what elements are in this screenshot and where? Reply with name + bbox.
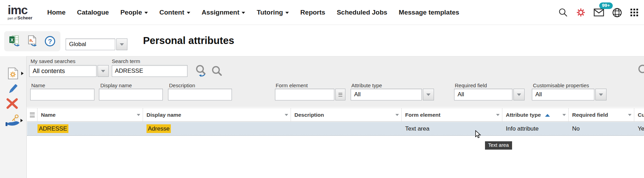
scope-select[interactable]: Global [66,38,127,50]
filter-customisable-properties-label: Customisable properties [533,82,589,88]
run-search-icon[interactable] [194,64,209,79]
column-header-name[interactable]: Name [37,108,143,122]
nav-item-catalogue[interactable]: Catalogue [77,9,109,16]
delete-x-icon[interactable] [6,98,18,109]
saved-searches-label: My saved searches [31,58,75,64]
chevron-down-icon [242,12,245,14]
chevron-down-icon[interactable] [116,38,127,50]
nav-item-home[interactable]: Home [47,9,66,16]
nav-item-people[interactable]: People [120,9,148,16]
column-header-form-element[interactable]: Form element [402,108,502,122]
logo-sub-prefix: part of [8,17,17,20]
chevron-down-icon[interactable] [513,89,525,100]
search-term-label: Search term [112,58,140,64]
edit-pencil-icon[interactable] [7,83,19,95]
saved-searches-value: All contents [29,65,97,77]
top-nav: imc part of Scheer Home Catalogue People… [0,0,644,25]
chevron-down-icon[interactable] [423,89,434,100]
page-toolbar: X a, ? [4,31,60,51]
nav-icon-bar: 99+ [558,0,638,25]
column-header-attribute-type[interactable]: Attribute type [502,108,569,122]
svg-text:?: ? [48,38,52,45]
expand-new-attribute-icon[interactable] [21,72,24,75]
nav-item-content[interactable]: Content [159,9,190,16]
filter-display-name-input[interactable] [99,89,163,100]
filter-customisable-properties-select[interactable]: All [532,89,607,100]
mouse-cursor [475,130,482,140]
filter-attribute-type-select[interactable]: All [351,89,434,100]
filter-customisable-properties-value: All [532,89,594,100]
chevron-down-icon [144,12,148,14]
settings-gear-icon[interactable] [576,8,586,17]
nav-item-scheduled-jobs[interactable]: Scheduled Jobs [337,9,387,16]
svg-text:X: X [10,37,14,43]
cell-description [291,122,402,136]
nav-item-tutoring[interactable]: Tutoring [257,9,289,16]
tooltip: Text area [485,141,512,150]
form-element-picker-button[interactable] [335,89,345,100]
filter-form-element-label: Form element [276,82,308,88]
main-menu: Home Catalogue People Content Assignment… [47,9,459,16]
new-attribute-icon[interactable] [8,67,19,80]
search-icon[interactable] [558,8,568,17]
filter-form-element-input[interactable] [275,89,334,100]
advanced-search-icon[interactable] [637,64,644,79]
filter-required-field-value: All [454,89,512,100]
column-menu-icon[interactable] [628,114,632,116]
personal-attributes-page: imc part of Scheer Home Catalogue People… [0,0,644,178]
column-menu-icon[interactable] [137,114,140,116]
nav-item-message-templates[interactable]: Message templates [399,9,459,16]
nav-item-assignment[interactable]: Assignment [202,9,245,16]
search-term-input[interactable] [112,65,187,77]
cell-form-element: Text area [402,122,502,136]
chevron-down-icon [285,12,289,14]
cell-attribute-type: Info attribute [502,122,569,136]
export-text-icon[interactable]: a, [27,35,39,47]
scope-select-value: Global [66,38,115,50]
nav-item-reports[interactable]: Reports [300,9,325,16]
page-title: Personal attributes [143,35,234,46]
app-grid-icon[interactable] [630,8,638,17]
chevron-down-icon[interactable] [98,65,109,77]
table-header: Name Display name Description Form eleme… [27,108,644,122]
filter-attribute-type-label: Attribute type [351,82,382,88]
chevron-down-icon[interactable] [595,89,607,100]
cell-required-field: No [569,122,634,136]
chevron-down-icon [187,12,190,14]
filter-name-input[interactable] [30,89,94,100]
sort-ascending-icon [545,114,550,117]
column-menu-icon[interactable] [395,114,399,116]
language-globe-icon[interactable] [612,8,622,18]
column-menu-icon[interactable] [562,114,566,116]
help-icon[interactable]: ? [44,35,56,47]
filter-required-field-select[interactable]: All [454,89,525,100]
column-menu-icon[interactable] [496,114,500,116]
mail-icon[interactable]: 99+ [594,8,604,17]
svg-text:a,: a, [30,37,33,43]
expand-permissions-icon[interactable] [20,119,23,122]
cell-customisable-properties: Yes [634,122,644,136]
saved-searches-select[interactable]: All contents [29,65,109,77]
column-header-required-field[interactable]: Required field [569,108,634,122]
column-menu-icon[interactable] [285,114,288,116]
filter-description-input[interactable] [168,89,232,100]
imc-logo[interactable]: imc part of Scheer [8,5,37,20]
cell-display-name: Adresse [147,124,171,133]
filter-description-label: Description [169,82,195,88]
permissions-hand-key-icon[interactable] [5,114,21,127]
filter-attribute-type-value: All [351,89,422,100]
logo-sub-name: Scheer [17,15,32,20]
filter-required-field-label: Required field [455,82,487,88]
notification-badge: 99+ [599,2,613,9]
cell-name: ADRESSE [37,124,68,133]
column-header-description[interactable]: Description [291,108,402,122]
search-magnifier-icon[interactable] [211,65,224,78]
column-header-customisable-properties[interactable]: Customisable properties [634,108,644,122]
table-row[interactable]: ADRESSE Adresse Text area Info attribute… [27,122,644,136]
filter-display-name-label: Display name [100,82,132,88]
logo-text: imc [8,5,37,16]
row-handle-menu-icon[interactable] [27,108,37,122]
export-excel-icon[interactable]: X [9,35,22,47]
column-header-display-name[interactable]: Display name [143,108,291,122]
filter-name-label: Name [31,82,45,88]
